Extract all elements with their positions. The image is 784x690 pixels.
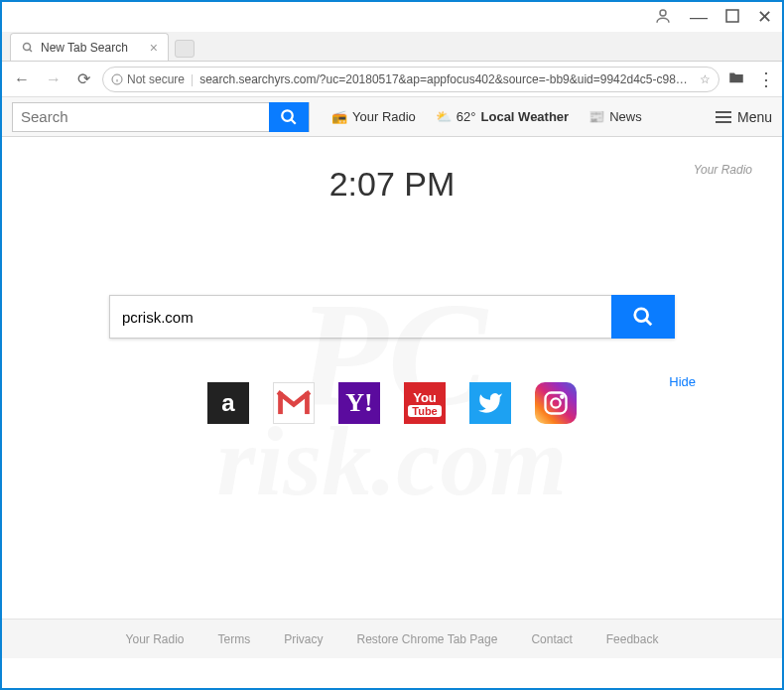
svg-point-16 [561,395,563,397]
instagram-icon [542,389,570,417]
footer-feedback[interactable]: Feedback [606,632,659,646]
footer-terms[interactable]: Terms [218,632,251,646]
watermark-bottom: risk.com [217,419,568,503]
folder-icon[interactable] [727,69,745,90]
svg-line-3 [30,49,33,52]
new-tab-button[interactable] [175,40,195,58]
weather-link[interactable]: ⛅ 62° Local Weather [436,109,569,124]
security-indicator[interactable]: Not secure [111,72,185,86]
extension-toolbar: 📻 Your Radio ⛅ 62° Local Weather 📰 News … [2,97,782,137]
news-link[interactable]: 📰 News [588,109,642,124]
toolbar-menu-button[interactable]: Menu [716,108,772,126]
radio-icon: 📻 [331,109,347,124]
svg-point-15 [551,398,560,407]
twitter-icon [477,390,503,416]
security-label: Not secure [127,72,185,86]
search-icon [280,108,298,126]
back-button[interactable]: ← [10,67,34,92]
search-favicon-icon [21,41,35,55]
search-icon [632,306,654,328]
reload-button[interactable]: ⟳ [73,66,94,92]
toolbar-search [12,102,310,132]
main-search-button[interactable] [611,295,675,339]
info-icon [111,73,123,85]
minimize-icon[interactable]: — [690,7,708,28]
svg-rect-13 [305,392,310,414]
footer-contact[interactable]: Contact [531,632,572,646]
menu-label: Menu [737,109,772,125]
close-icon[interactable]: ✕ [757,6,772,28]
quick-links: a Y! You Tube Hide [207,382,577,424]
tab-close-icon[interactable]: × [150,40,158,56]
hamburger-icon [716,108,731,126]
gmail-tile[interactable] [273,382,315,424]
clock: 2:07 PM [329,165,456,204]
page-content: PC risk.com 2:07 PM Your Radio a Y! You … [2,137,782,658]
footer-your-radio[interactable]: Your Radio [126,632,185,646]
gmail-icon [275,384,313,422]
news-label: News [609,109,642,124]
your-radio-label: Your Radio [352,109,416,124]
news-icon: 📰 [588,109,604,124]
main-search-input[interactable] [109,295,611,339]
weather-label: Local Weather [481,109,570,124]
tab-strip: New Tab Search × [2,32,782,62]
url-text: search.searchyrs.com/?uc=20180517&ap=app… [199,72,694,86]
svg-point-9 [635,309,648,322]
hide-link[interactable]: Hide [669,374,696,389]
address-bar: ← → ⟳ Not secure | search.searchyrs.com/… [2,62,782,97]
chrome-menu-icon[interactable]: ⋮ [757,69,774,90]
yahoo-tile[interactable]: Y! [338,382,380,424]
toolbar-search-button[interactable] [269,102,309,132]
toolbar-links: 📻 Your Radio ⛅ 62° Local Weather 📰 News [331,109,642,124]
amazon-tile[interactable]: a [207,382,249,424]
svg-point-0 [660,10,666,16]
svg-line-10 [646,320,652,326]
instagram-tile[interactable] [535,382,577,424]
weather-temp: 62° [457,109,476,124]
svg-rect-1 [726,10,738,22]
footer-restore[interactable]: Restore Chrome Tab Page [357,632,498,646]
account-icon[interactable] [654,7,672,28]
toolbar-search-input[interactable] [13,108,269,125]
bookmark-icon[interactable]: ☆ [700,72,711,86]
svg-line-8 [291,119,296,124]
youtube-tile[interactable]: You Tube [404,382,446,424]
omnibox[interactable]: Not secure | search.searchyrs.com/?uc=20… [102,67,719,92]
tab-title: New Tab Search [41,41,128,55]
footer-privacy[interactable]: Privacy [284,632,323,646]
browser-tab[interactable]: New Tab Search × [10,33,169,61]
svg-rect-12 [278,392,283,414]
your-radio-link[interactable]: 📻 Your Radio [331,109,416,124]
svg-point-2 [24,43,31,50]
window-titlebar: — ✕ [2,2,782,32]
brand-label: Your Radio [694,163,752,177]
svg-point-7 [282,110,293,121]
footer: Your Radio Terms Privacy Restore Chrome … [2,619,782,658]
weather-icon: ⛅ [436,109,452,124]
twitter-tile[interactable] [469,382,511,424]
forward-button[interactable]: → [42,67,65,92]
maximize-icon[interactable] [725,9,739,26]
main-search [109,295,675,339]
